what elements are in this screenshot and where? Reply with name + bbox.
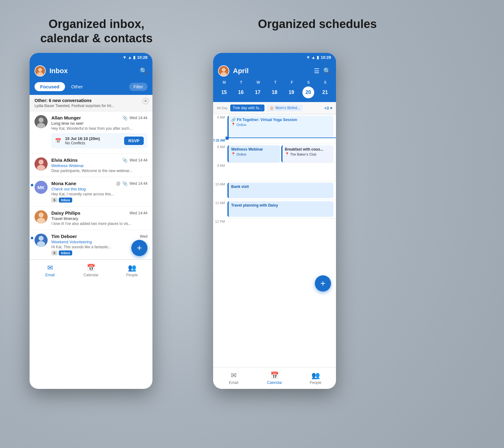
week-days-header: M T W T F S S [216,80,334,86]
svg-point-2 [37,72,43,77]
nav-email[interactable]: ✉ Email [30,260,71,281]
event-birthday[interactable]: 🎂 Mom's Birthd... [267,105,303,111]
events-12pm [227,218,336,237]
email-item-mona[interactable]: MK Mona Kane @ 📎 Wed 14:44 Check out thi… [30,177,152,207]
event-breakfast[interactable]: Breakfast with cous... 📍 The Baker's Clu… [281,145,334,162]
tab-other[interactable]: Other [68,82,87,91]
timeslot-9am: 9 AM [213,162,336,181]
battery-icon: ▮ [133,55,135,60]
event-travel[interactable]: Travel planning with Daisy [227,201,334,217]
user-avatar[interactable] [35,65,46,77]
breakfast-title: Breakfast with cous... [285,147,331,152]
close-icon[interactable]: ✕ [142,98,149,104]
cal-people-icon: 👥 [311,371,320,380]
rsvp-date: 15 Jul 16:10 (20m) [65,136,120,141]
tab-filter[interactable]: Filter [129,83,147,91]
inbox-title: Inbox [49,67,136,75]
email-sender-tim: Tim Deboer [51,234,77,239]
email-sender-mona: Mona Kane [51,181,76,186]
nav-people-label: People [126,273,138,277]
cal-nav-people[interactable]: 👥 People [295,367,336,389]
wellness-title: Wellness Webinar [231,147,278,152]
cal-nav-calendar-label: Calendar [267,380,282,385]
email-item-elvia[interactable]: Elvia Atkins 📎 Wed 14:44 Wellness Webina… [30,154,152,177]
cal-email-icon: ✉ [231,371,236,380]
event-trek[interactable]: Trek day with fa... [230,105,264,111]
cal-signal-icon: ▲ [311,55,315,60]
cal-nav-calendar[interactable]: 📅 Calendar [254,367,295,389]
more-count: +3 [324,106,329,110]
inbox-phone: ▼ ▲ ▮ 10:28 Inbox 🔍 Focused Other Filter… [30,53,152,389]
timeslot-6am: 6 AM 🔗 Fit Together: Virtual Yoga Sessio… [213,114,336,138]
loc-icon: 📍 [231,152,236,156]
cal-nav-email[interactable]: ✉ Email [213,367,254,389]
events-row-6am: 🔗 Fit Together: Virtual Yoga Session 📍 O… [227,116,334,138]
day-m: M [223,80,226,85]
email-body-elvia: Elvia Atkins 📎 Wed 14:44 Wellness Webina… [51,157,147,173]
tag-inbox-tim: Inbox [59,250,72,255]
events-8am: Wellness Webinar 📍 Online Breakfast with… [227,144,336,162]
notification-subtitle: Lydia Bauer Tweeted, Festival surprises … [35,104,147,108]
cal-status-icons: ▼ ▲ ▮ [306,55,319,60]
email-preview-tim: Hi Kat, This sounds like a fantastic... [51,245,138,249]
email-item-daisy[interactable]: Daisy Philips Wed 14:44 Travel Itinerary… [30,207,152,230]
cal-search-icon[interactable]: 🔍 [323,67,331,75]
time-10am: 10 AM [213,181,227,186]
email-list: Allan Munger 📎 Wed 14:44 Long time no se… [30,111,152,259]
email-item-allan[interactable]: Allan Munger 📎 Wed 14:44 Long time no se… [30,111,152,154]
tag-inbox: Inbox [59,198,72,203]
tab-focused[interactable]: Focused [35,82,65,91]
cal-nav-people-label: People [310,380,321,385]
day-s1: S [307,80,310,85]
svg-point-4 [39,118,44,123]
breakfast-location: 📍 The Baker's Club [285,152,331,156]
avatar-daisy [35,210,48,223]
email-body-allan: Allan Munger 📎 Wed 14:44 Long time no se… [51,115,147,150]
rsvp-info: 15 Jul 16:10 (20m) No Conflicts [65,136,120,145]
time-11am: 11 AM [213,200,227,205]
attach-icon: 📎 [122,115,128,120]
email-subject-daisy: Travel Itinerary [51,216,147,221]
more-events[interactable]: +3 ▾ [324,106,332,110]
email-subject-mona: Check out this blog [51,187,147,191]
cal-status-time: 10:28 [321,55,331,60]
email-subject-elvia: Wellness Webinar [51,163,147,168]
day-f: F [291,80,293,85]
date-19[interactable]: 19 [286,86,297,98]
calendar-nav-icon: 📅 [87,264,95,272]
event-wellness[interactable]: Wellness Webinar 📍 Online [227,145,280,162]
compose-fab[interactable]: + [131,240,147,256]
timeslot-11am: 11 AM Travel planning with Daisy [213,200,336,218]
svg-point-13 [39,236,44,241]
loc-icon-b: 📍 [285,152,289,156]
nav-calendar[interactable]: 📅 Calendar [71,260,112,281]
email-item-tim[interactable]: Tim Deboer Wed Weekend Volunteering Hi K… [30,230,152,259]
list-view-icon[interactable]: ☰ [314,67,320,75]
at-icon-mona: @ [116,181,120,186]
event-yoga[interactable]: 🔗 Fit Together: Virtual Yoga Session 📍 O… [227,116,334,138]
bank-title: Bank visit [231,184,331,189]
date-20-today[interactable]: 20 [302,86,314,98]
heading-right: Organized schedules [252,17,383,31]
date-17[interactable]: 17 [252,86,264,98]
avatar-tim [35,234,48,247]
email-time-elvia: Wed 14:44 [129,158,147,162]
date-18[interactable]: 18 [268,86,280,98]
notification-title: Other: 6 new conversations [35,98,147,103]
search-icon[interactable]: 🔍 [140,67,147,75]
all-day-label: All Day [217,106,228,110]
date-21[interactable]: 21 [319,86,331,98]
date-16[interactable]: 16 [235,86,247,98]
add-event-fab[interactable]: + [315,275,331,292]
rsvp-button[interactable]: RSVP [124,137,144,145]
attach-icon-elvia: 📎 [122,158,128,163]
event-bank[interactable]: Bank visit [227,183,334,198]
cal-user-avatar[interactable] [218,65,229,77]
avatar-allan [35,115,48,128]
signal-icon: ▲ [128,55,132,60]
timeslot-8am: 8 AM Wellness Webinar 📍 Online Breakfast… [213,144,336,162]
wellness-location: 📍 Online [231,152,278,156]
nav-people[interactable]: 👥 People [111,260,152,281]
svg-point-8 [37,165,45,170]
date-15[interactable]: 15 [218,86,230,98]
